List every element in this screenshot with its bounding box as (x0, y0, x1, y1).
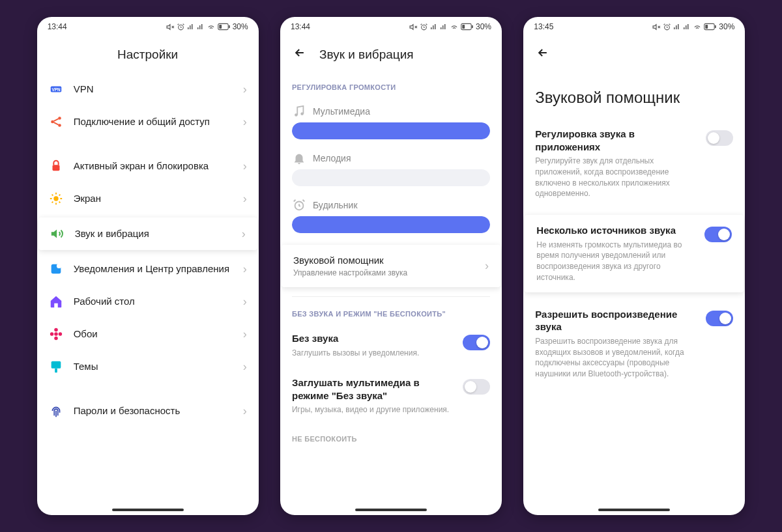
vpn-icon: VPN (49, 82, 63, 96)
mute-icon (409, 23, 418, 31)
svg-point-12 (57, 264, 61, 268)
svg-point-25 (300, 112, 304, 115)
svg-text:VPN: VPN (51, 87, 61, 92)
section-dnd-label: НЕ БЕСПОКОИТЬ (280, 425, 502, 448)
battery-icon (218, 23, 231, 31)
svg-point-13 (54, 332, 58, 336)
lock-icon (49, 159, 63, 173)
toggle-switch[interactable] (706, 311, 733, 326)
settings-item[interactable]: Экран › (37, 182, 259, 215)
mute-icon (166, 23, 175, 31)
home-indicator[interactable] (112, 509, 184, 511)
sound-icon (50, 227, 65, 241)
settings-item[interactable]: Уведомления и Центр управления › (37, 253, 259, 285)
sound-content[interactable]: РЕГУЛИРОВКА ГРОМКОСТИ Мультимедиа Мелоди… (280, 73, 502, 515)
toggle-text: Регулировка звука в приложениях Регулиру… (535, 128, 697, 199)
bell-icon (292, 151, 306, 165)
chevron-right-icon: › (243, 295, 247, 309)
item-label: Звук и вибрация (75, 227, 231, 240)
signal-icon-2 (683, 23, 691, 31)
toggle-switch[interactable] (706, 130, 733, 146)
back-button[interactable] (291, 44, 309, 66)
volume-row: Будильник (280, 190, 502, 237)
toggle-text: Без звука Заглушить вызовы и уведомления… (292, 332, 454, 358)
settings-item[interactable]: Темы › (37, 350, 259, 383)
phone-settings: 13:44 30% Настройки VPN VPN › Подключени… (37, 17, 259, 515)
clock: 13:44 (291, 22, 310, 31)
home-icon (49, 294, 63, 309)
svg-rect-29 (715, 25, 716, 29)
toggle-row[interactable]: Заглушать мультимедиа в режиме "Без звук… (280, 367, 502, 425)
status-icons: 30% (652, 22, 734, 31)
alarm-icon (420, 23, 428, 31)
volume-slider[interactable] (292, 216, 490, 233)
signal-icon-2 (197, 23, 205, 31)
toggle-row[interactable]: Без звука Заглушить вызовы и уведомления… (280, 323, 502, 367)
volume-slider[interactable] (292, 122, 490, 139)
volume-slider[interactable] (292, 169, 490, 186)
svg-rect-19 (55, 369, 57, 372)
alarm-icon (663, 23, 671, 31)
toggle-switch[interactable] (704, 227, 732, 242)
settings-item[interactable]: Обои › (37, 318, 259, 350)
svg-rect-2 (229, 25, 230, 29)
toggle-switch[interactable] (463, 379, 490, 395)
item-label: Рабочий стол (74, 295, 233, 308)
header: Настройки (37, 36, 259, 73)
settings-item[interactable]: Подключение и общий доступ › (37, 105, 259, 138)
assistant-content[interactable]: Звуковой помощник Регулировка звука в пр… (523, 73, 745, 515)
volume-row: Мелодия (280, 143, 502, 190)
item-label: Уведомления и Центр управления (74, 262, 233, 275)
svg-rect-22 (472, 25, 473, 29)
home-indicator[interactable] (598, 509, 670, 511)
item-label: VPN (74, 83, 233, 96)
chevron-right-icon: › (485, 259, 489, 273)
settings-item[interactable]: Активный экран и блокировка › (37, 150, 259, 182)
toggle-text: Заглушать мультимедиа в режиме "Без звук… (292, 376, 454, 415)
page-title: Настройки (117, 48, 178, 62)
item-label: Активный экран и блокировка (74, 160, 233, 173)
battery-pct: 30% (719, 22, 734, 31)
notif-icon (49, 262, 63, 276)
sound-assistant-item[interactable]: Звуковой помощник Управление настройками… (282, 245, 500, 287)
separator (37, 383, 259, 395)
signal-icon (430, 23, 438, 31)
separator (37, 138, 259, 150)
settings-item[interactable]: VPN VPN › (37, 73, 259, 105)
svg-point-24 (295, 113, 298, 117)
battery-pct: 30% (476, 22, 491, 31)
item-label: Темы (74, 360, 233, 373)
battery-icon (461, 23, 474, 31)
volume-label: Мультимедиа (313, 106, 370, 117)
music-icon (292, 104, 306, 119)
svg-point-17 (58, 332, 62, 336)
phone-assistant: 13:45 30% Звуковой помощник Регулировка … (523, 17, 745, 515)
toggle-text: Разрешить воспроизведение звука Разрешит… (535, 308, 697, 380)
flower-icon (49, 327, 63, 341)
signal-icon (187, 23, 195, 31)
settings-item-sound[interactable]: Звук и вибрация › (38, 217, 257, 250)
fingerprint-icon (49, 404, 63, 418)
toggle-row[interactable]: Несколько источников звука Не изменять г… (525, 215, 744, 292)
toggle-row[interactable]: Регулировка звука в приложениях Регулиру… (523, 119, 745, 208)
sun-icon (49, 191, 63, 206)
chevron-right-icon: › (243, 83, 247, 96)
settings-item[interactable]: Рабочий стол › (37, 285, 259, 318)
status-icons: 30% (166, 22, 248, 31)
back-button[interactable] (534, 44, 552, 66)
chevron-right-icon: › (243, 404, 247, 418)
wifi-icon (450, 22, 459, 31)
share-icon (49, 115, 63, 129)
toggle-row[interactable]: Разрешить воспроизведение звука Разрешит… (523, 299, 745, 389)
home-indicator[interactable] (355, 509, 427, 511)
chevron-right-icon: › (243, 360, 247, 374)
svg-rect-18 (51, 361, 61, 369)
chevron-right-icon: › (242, 227, 246, 241)
volume-label: Мелодия (313, 153, 351, 163)
toggle-switch[interactable] (463, 335, 490, 350)
assistant-text: Звуковой помощник Управление настройками… (293, 254, 474, 278)
settings-list[interactable]: VPN VPN › Подключение и общий доступ › А… (37, 73, 259, 515)
item-label: Пароли и безопасность (74, 404, 233, 417)
svg-rect-23 (462, 25, 465, 29)
settings-item[interactable]: Пароли и безопасность › (37, 395, 259, 427)
